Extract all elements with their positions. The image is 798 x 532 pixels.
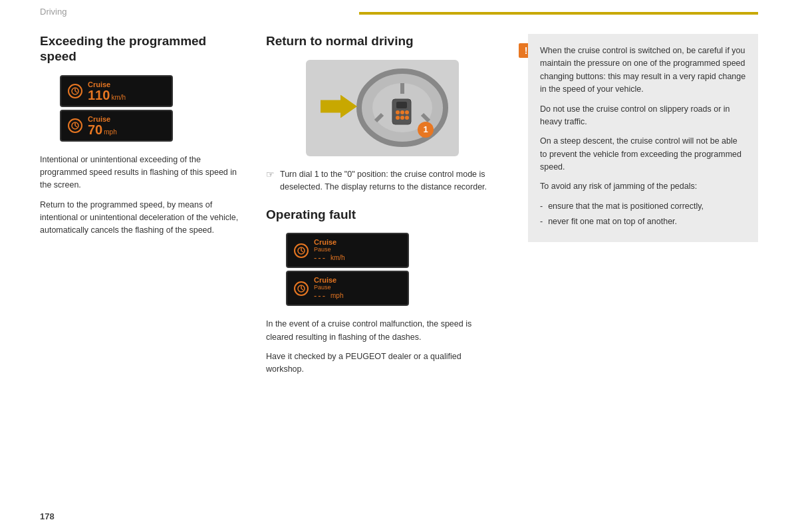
fault-displays: Cruise Pause --- km/h: [286, 233, 499, 306]
page-header: Driving: [0, 0, 798, 21]
operating-title: Operating fault: [266, 207, 499, 223]
dial-number-badge: 1: [418, 122, 434, 138]
left-para-1: Intentional or unintentional exceeding o…: [40, 154, 246, 192]
fault-display-mph: Cruise Pause --- mph: [286, 271, 409, 306]
left-para-2: Return to the programmed speed, by means…: [40, 199, 246, 237]
section-label: Driving: [40, 7, 359, 17]
cruise-display-mph: Cruise 70 mph: [60, 110, 173, 142]
middle-column: Return to normal driving: [266, 34, 519, 506]
left-section-title: Exceeding the programmed speed: [40, 34, 246, 65]
instruction-icon: ☞: [266, 169, 275, 180]
notice-text-2: Do not use the cruise control on slipper…: [540, 103, 746, 129]
svg-line-26: [301, 289, 303, 290]
svg-point-15: [400, 110, 404, 114]
svg-point-16: [405, 110, 409, 114]
fault-icon-mph: [294, 281, 309, 296]
fault-text-kmh: Cruise Pause --- km/h: [314, 238, 345, 263]
return-title: Return to normal driving: [266, 34, 499, 49]
page-content: Exceeding the programmed speed Cruise 11…: [0, 21, 798, 519]
page-number: 178: [40, 511, 55, 521]
svg-point-19: [405, 116, 409, 120]
notice-text-1: When the cruise control is switched on, …: [540, 45, 746, 96]
svg-rect-13: [396, 102, 407, 108]
cruise-displays: Cruise 110 km/h Cruise: [60, 75, 246, 142]
arrow-icon: [321, 95, 357, 118]
notice-list: ensure that the mat is positioned correc…: [540, 200, 746, 229]
svg-point-17: [396, 116, 400, 120]
fault-para-2: Have it checked by a PEUGEOT dealer or a…: [266, 350, 499, 376]
instruction-block: ☞ Turn dial 1 to the "0" position: the c…: [266, 168, 499, 194]
svg-line-23: [301, 251, 303, 252]
svg-point-18: [400, 116, 404, 120]
notice-list-item-2: never fit one mat on top of another.: [540, 215, 746, 228]
cruise-display-kmh: Cruise 110 km/h: [60, 75, 173, 107]
notice-text-4: To avoid any risk of jamming of the peda…: [540, 180, 746, 193]
notice-box: When the cruise control is switched on, …: [528, 34, 758, 242]
fault-text-mph: Cruise Pause --- mph: [314, 276, 343, 301]
left-column: Exceeding the programmed speed Cruise 11…: [40, 34, 266, 506]
notice-list-item-1: ensure that the mat is positioned correc…: [540, 200, 746, 213]
notice-wrapper: ! When the cruise control is switched on…: [528, 34, 758, 242]
svg-line-2: [75, 91, 77, 92]
fault-para-1: In the event of a cruise control malfunc…: [266, 318, 499, 344]
cruise-text-mph: Cruise 70 mph: [88, 115, 117, 136]
notice-text-3: On a steep descent, the cruise control w…: [540, 135, 746, 174]
fault-icon-kmh: [294, 243, 309, 258]
svg-line-5: [75, 126, 77, 127]
cruise-text-kmh: Cruise 110 km/h: [88, 80, 126, 102]
right-column: ! When the cruise control is switched on…: [519, 34, 758, 506]
header-accent-line: [359, 12, 758, 15]
instruction-text: Turn dial 1 to the "0" position: the cru…: [280, 168, 499, 194]
speed-icon-mph: [68, 118, 82, 133]
driving-image: 1: [306, 60, 459, 156]
svg-marker-20: [321, 95, 357, 118]
speed-icon-kmh: [68, 84, 82, 98]
fault-display-kmh: Cruise Pause --- km/h: [286, 233, 409, 268]
svg-point-14: [396, 110, 400, 114]
